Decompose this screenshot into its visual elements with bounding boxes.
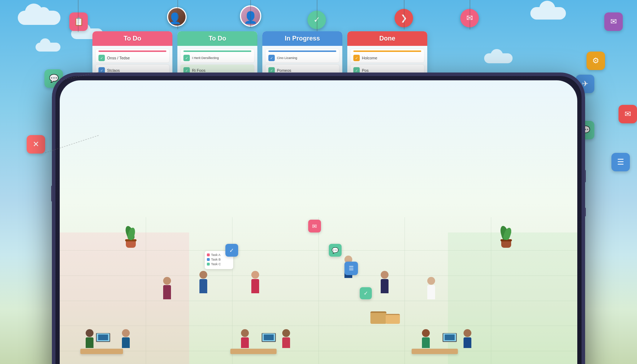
col1-header: To Do [92,31,172,46]
phone-screen: Task A Task B Task C ✓ ✉ 💬 ☰ ✓ [60,80,577,364]
person-standing-2 [199,271,207,293]
person-sitting-center2 [282,329,290,348]
person-sitting-center [241,329,249,348]
mail-icon-purple: ✉ [604,12,623,31]
string-1 [78,0,79,32]
cloud-1 [18,11,60,25]
mail-icon-red: ✉ [619,105,637,123]
floor-icon-green: 💬 [329,244,342,257]
floor-icon-blue: ✓ [225,244,238,257]
plant-right [497,223,515,248]
string-2 [177,0,178,29]
plant-left [122,223,140,248]
card-cino: ✓ Cino Licaming [265,49,339,63]
cloud-3 [530,7,566,20]
phone-vol-button [584,208,586,216]
avatar-1: 👤 [167,7,187,27]
desk-center [230,349,277,354]
person-standing-center-1 [251,271,259,293]
col3-header: In Progress [262,31,342,46]
person-sitting-right2 [464,329,471,348]
laptop-center [262,333,276,342]
floor-icon-check-green: ✓ [360,287,372,299]
person-standing-1 [163,277,171,299]
check-icon: ✓ [183,55,190,61]
clipboard-icon: 📋 [69,12,88,31]
desk-left [80,349,123,354]
string-5 [404,0,405,30]
person-standing-right-3 [427,277,435,299]
floor-icon-blue2: ☰ [344,262,358,275]
col2-header: To Do [177,31,257,46]
check-icon: ✓ [268,55,275,61]
check-icon: ✓ [353,55,360,61]
box-2 [386,314,400,324]
phone-side-button-left [51,186,53,202]
string-3 [250,0,251,28]
phone-power-button [584,170,586,182]
laptop-right [443,333,457,342]
col4-header: Done [347,31,427,46]
check-icon: ✓ [98,55,105,61]
person-sitting-left [122,329,130,348]
cloud-4 [484,53,513,63]
string-4 [317,0,317,31]
close-icon-red: ✕ [27,135,45,154]
floor-icon-pink: ✉ [308,220,321,232]
phone-frame: Task A Task B Task C ✓ ✉ 💬 ☰ ✓ [52,73,585,364]
card-holcome: ✓ Holcome [350,49,424,63]
laptop-left [96,333,110,342]
box-1 [370,311,386,324]
person-standing-right-2 [381,271,389,293]
person-sitting-far-left [86,329,93,348]
cloud-5 [36,43,60,52]
list-icon: ☰ [611,153,630,171]
desk-right [412,349,458,354]
card-iherit: ✓ I Herit Dersillecting [180,49,255,63]
person-sitting-right1 [422,329,430,348]
gear-icon: ⚙ [587,52,605,70]
card-onss: ✓ Onss / Tedse [95,49,170,63]
string-6 [470,0,470,30]
